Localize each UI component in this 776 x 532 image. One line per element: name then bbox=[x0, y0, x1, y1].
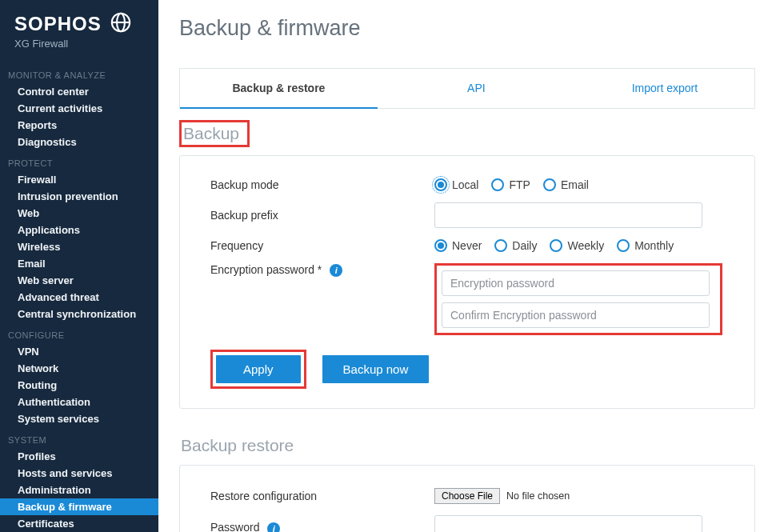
sidebar: SOPHOS XG Firewall MONITOR & ANALYZECont… bbox=[0, 0, 158, 532]
nav-heading: MONITOR & ANALYZE bbox=[0, 62, 158, 83]
info-icon[interactable]: i bbox=[330, 264, 342, 277]
main-content: Backup & firmware Backup & restore API I… bbox=[158, 0, 776, 532]
backup-mode-radios: Local FTP Email bbox=[434, 178, 724, 191]
radio-label: Daily bbox=[512, 239, 537, 252]
section-title-backup-restore: Backup restore bbox=[179, 434, 302, 457]
nav-item-system-services[interactable]: System services bbox=[0, 410, 158, 427]
file-chosen-text: No file chosen bbox=[506, 490, 570, 502]
radio-freq-never[interactable]: Never bbox=[434, 239, 482, 252]
nav-item-advanced-threat[interactable]: Advanced threat bbox=[0, 289, 158, 306]
radio-freq-daily[interactable]: Daily bbox=[494, 239, 537, 252]
radio-label: FTP bbox=[509, 178, 530, 191]
brand-logo-icon bbox=[110, 11, 132, 36]
radio-label: Never bbox=[452, 239, 482, 252]
label-backup-prefix: Backup prefix bbox=[210, 209, 434, 222]
nav-item-hosts-and-services[interactable]: Hosts and services bbox=[0, 465, 158, 482]
tab-backup-restore[interactable]: Backup & restore bbox=[180, 69, 378, 109]
encryption-password-input[interactable] bbox=[442, 270, 710, 296]
radio-icon bbox=[434, 239, 447, 252]
nav-item-firewall[interactable]: Firewall bbox=[0, 171, 158, 188]
nav-item-backup-firmware[interactable]: Backup & firmware bbox=[0, 498, 158, 515]
radio-icon bbox=[550, 239, 562, 252]
nav-item-wireless[interactable]: Wireless bbox=[0, 238, 158, 255]
label-restore-configuration: Restore configuration bbox=[210, 490, 434, 502]
nav-item-reports[interactable]: Reports bbox=[0, 117, 158, 134]
nav-item-email[interactable]: Email bbox=[0, 255, 158, 272]
radio-mode-email[interactable]: Email bbox=[543, 178, 589, 191]
nav-heading: SYSTEM bbox=[0, 427, 158, 448]
brand: SOPHOS XG Firewall bbox=[0, 11, 158, 62]
nav-item-control-center[interactable]: Control center bbox=[0, 83, 158, 100]
tab-import-export[interactable]: Import export bbox=[575, 69, 754, 109]
nav-item-routing[interactable]: Routing bbox=[0, 377, 158, 394]
radio-icon bbox=[543, 178, 556, 191]
label-restore-password: Password i bbox=[210, 521, 434, 532]
nav-heading: PROTECT bbox=[0, 150, 158, 171]
page-title: Backup & firmware bbox=[179, 16, 755, 41]
radio-mode-ftp[interactable]: FTP bbox=[491, 178, 530, 191]
radio-freq-weekly[interactable]: Weekly bbox=[550, 239, 604, 252]
brand-name: SOPHOS bbox=[14, 13, 102, 35]
restore-password-input[interactable] bbox=[434, 515, 702, 532]
label-encryption-password: Encryption password * i bbox=[210, 263, 434, 277]
brand-subtitle: XG Firewall bbox=[14, 38, 144, 50]
nav-item-authentication[interactable]: Authentication bbox=[0, 394, 158, 410]
nav-item-current-activities[interactable]: Current activities bbox=[0, 100, 158, 117]
radio-mode-local[interactable]: Local bbox=[434, 178, 478, 191]
radio-freq-monthly[interactable]: Monthly bbox=[617, 239, 674, 252]
nav-item-network[interactable]: Network bbox=[0, 360, 158, 377]
nav-item-vpn[interactable]: VPN bbox=[0, 343, 158, 360]
tab-api[interactable]: API bbox=[378, 69, 575, 109]
apply-highlight: Apply bbox=[210, 350, 306, 389]
nav-item-profiles[interactable]: Profiles bbox=[0, 448, 158, 465]
info-icon[interactable]: i bbox=[267, 522, 280, 532]
choose-file-button[interactable]: Choose File bbox=[434, 488, 500, 504]
nav-item-central-synchronization[interactable]: Central synchronization bbox=[0, 306, 158, 322]
nav-item-web[interactable]: Web bbox=[0, 205, 158, 222]
encryption-password-group bbox=[434, 263, 722, 335]
radio-icon bbox=[491, 178, 504, 191]
radio-icon bbox=[434, 178, 447, 191]
frequency-radios: Never Daily Weekly Monthly bbox=[434, 239, 724, 252]
apply-button[interactable]: Apply bbox=[216, 355, 301, 383]
nav-item-web-server[interactable]: Web server bbox=[0, 272, 158, 289]
label-frequency: Frequency bbox=[210, 239, 434, 252]
confirm-encryption-password-input[interactable] bbox=[442, 302, 710, 328]
backup-panel: Backup mode Local FTP Email bbox=[179, 155, 755, 409]
tabs: Backup & restore API Import export bbox=[179, 68, 755, 109]
radio-label: Weekly bbox=[567, 239, 604, 252]
restore-panel: Restore configuration Choose File No fil… bbox=[179, 465, 755, 532]
nav-item-administration[interactable]: Administration bbox=[0, 482, 158, 498]
section-title-backup: Backup bbox=[179, 120, 250, 147]
nav-item-intrusion-prevention[interactable]: Intrusion prevention bbox=[0, 188, 158, 205]
nav-item-certificates[interactable]: Certificates bbox=[0, 515, 158, 532]
radio-icon bbox=[494, 239, 507, 252]
radio-label: Monthly bbox=[634, 239, 674, 252]
nav-heading: CONFIGURE bbox=[0, 322, 158, 343]
radio-label: Email bbox=[561, 178, 589, 191]
radio-label: Local bbox=[452, 178, 478, 191]
nav-item-applications[interactable]: Applications bbox=[0, 222, 158, 238]
nav-item-diagnostics[interactable]: Diagnostics bbox=[0, 134, 158, 150]
label-backup-mode: Backup mode bbox=[210, 178, 434, 191]
backup-prefix-input[interactable] bbox=[434, 202, 702, 228]
backup-now-button[interactable]: Backup now bbox=[322, 355, 430, 383]
nav: MONITOR & ANALYZEControl centerCurrent a… bbox=[0, 62, 158, 532]
radio-icon bbox=[617, 239, 630, 252]
